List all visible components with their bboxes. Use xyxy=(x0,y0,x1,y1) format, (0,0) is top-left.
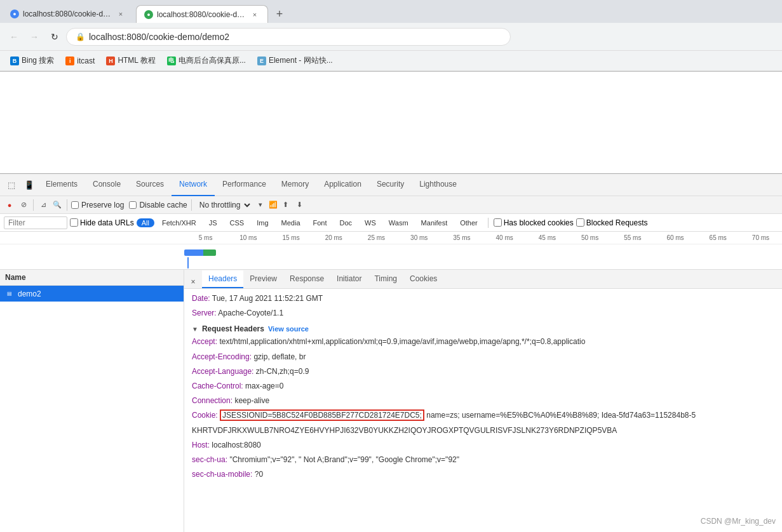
details-panel: × Headers Preview Response Initiator Tim… xyxy=(184,270,782,532)
has-blocked-cookies-checkbox[interactable]: Has blocked cookies xyxy=(494,218,574,227)
tab-security[interactable]: Security xyxy=(369,174,412,196)
toolbar-separator-2 xyxy=(67,199,67,211)
bing-icon: B xyxy=(10,57,19,65)
tab-console[interactable]: Console xyxy=(85,174,128,196)
main-content: Name ▤ demo2 × Headers Preview Response … xyxy=(0,270,782,532)
bookmark-shop-label: 电商后台高保真原... xyxy=(179,55,246,66)
request-headers-toggle[interactable]: ▼ xyxy=(192,326,198,333)
bookmark-bing[interactable]: B Bing 搜索 xyxy=(5,53,59,69)
back-button[interactable]: ← xyxy=(5,28,23,46)
request-list: Name ▤ demo2 xyxy=(0,270,184,532)
filter-font-button[interactable]: Font xyxy=(308,218,332,227)
tab-application[interactable]: Application xyxy=(316,174,369,196)
details-tab-initiator[interactable]: Initiator xyxy=(330,270,368,288)
bookmark-shop[interactable]: 电 电商后台高保真原... xyxy=(162,53,251,69)
devtools-device-icon[interactable]: 📱 xyxy=(20,176,38,194)
upload-button[interactable]: ⬆ xyxy=(280,199,292,211)
bookmark-html-label: HTML 教程 xyxy=(118,55,156,66)
bookmark-element[interactable]: E Element - 网站快... xyxy=(252,53,338,69)
stop-button[interactable]: ⊘ xyxy=(18,199,29,211)
tab-elements[interactable]: Elements xyxy=(38,174,85,196)
tab1-favicon: ● xyxy=(10,10,19,18)
blocked-requests-input[interactable] xyxy=(576,218,584,227)
header-connection: Connection: keep-alive xyxy=(192,394,774,408)
devtools-tab-bar: ⬚ 📱 Elements Console Sources Network Per… xyxy=(0,174,782,196)
devtools-inspect-icon[interactable]: ⬚ xyxy=(3,176,20,194)
tab-sources[interactable]: Sources xyxy=(128,174,172,196)
devtools-toolbar: ● ⊘ ⊿ 🔍 Preserve log Disable cache No th… xyxy=(0,196,782,214)
connection-name: Connection: xyxy=(192,396,233,405)
tab-1[interactable]: ● localhost:8080/cookie-demo/c × xyxy=(3,5,133,23)
disable-cache-label: Disable cache xyxy=(139,201,187,209)
server-header-value: Apache-Coyote/1.1 xyxy=(218,309,283,317)
hide-data-urls-checkbox[interactable]: Hide data URLs xyxy=(70,218,134,227)
filter-other-button[interactable]: Other xyxy=(455,218,483,227)
filter-js-button[interactable]: JS xyxy=(204,218,222,227)
timeline-area: 5 ms 10 ms 15 ms 20 ms 25 ms 30 ms 35 ms… xyxy=(0,232,782,270)
filter-css-button[interactable]: CSS xyxy=(225,218,250,227)
itcast-icon: i xyxy=(65,57,74,65)
preserve-log-input[interactable] xyxy=(71,201,79,209)
tab1-close[interactable]: × xyxy=(116,9,126,19)
blocked-requests-checkbox[interactable]: Blocked Requests xyxy=(576,218,648,227)
filter-fetch-xhr-button[interactable]: Fetch/XHR xyxy=(157,218,201,227)
request-item-demo2[interactable]: ▤ demo2 xyxy=(0,286,184,302)
details-tab-timing[interactable]: Timing xyxy=(368,270,403,288)
filter-ws-button[interactable]: WS xyxy=(360,218,381,227)
header-sec-ch-ua-mobile: sec-ch-ua-mobile: ?0 xyxy=(192,467,774,482)
cookie-value-highlighted: JSESSIONID=5B8C524F0BD885BF277CD281724E7… xyxy=(220,409,696,421)
disable-cache-checkbox[interactable]: Disable cache xyxy=(129,201,187,209)
disable-cache-input[interactable] xyxy=(129,201,137,209)
tab-network[interactable]: Network xyxy=(172,174,215,196)
throttle-select[interactable]: No throttling xyxy=(196,200,252,210)
preserve-log-checkbox[interactable]: Preserve log xyxy=(71,201,124,209)
tab-memory[interactable]: Memory xyxy=(274,174,316,196)
wifi-icon: 📶 xyxy=(269,201,278,209)
filter-input[interactable] xyxy=(4,216,67,229)
forward-button[interactable]: → xyxy=(25,28,43,46)
tick-6: 30 ms xyxy=(398,234,440,241)
filter-all-button[interactable]: All xyxy=(137,218,154,227)
bookmark-itcast[interactable]: i itcast xyxy=(60,54,100,68)
tab-performance[interactable]: Performance xyxy=(215,174,274,196)
record-button[interactable]: ● xyxy=(4,199,15,211)
header-sec-ch-ua: sec-ch-ua: "Chromium";v="92", " Not A;Br… xyxy=(192,453,774,467)
lock-icon: 🔒 xyxy=(76,32,85,41)
download-button[interactable]: ⬇ xyxy=(294,199,306,211)
tick-1: 5 ms xyxy=(184,234,227,241)
filter-media-button[interactable]: Media xyxy=(276,218,306,227)
browser-chrome: ● localhost:8080/cookie-demo/c × ● local… xyxy=(0,0,782,72)
filter-doc-button[interactable]: Doc xyxy=(335,218,358,227)
cookie-cont-value: KHRTVDFJRKXWULB7NRO4ZYE6HVYHPJI632VB0YUK… xyxy=(192,426,617,435)
details-close-button[interactable]: × xyxy=(187,276,199,288)
filter-button[interactable]: ⊿ xyxy=(37,199,49,211)
filter-wasm-button[interactable]: Wasm xyxy=(384,218,414,227)
throttle-arrow-icon[interactable]: ▾ xyxy=(255,199,266,211)
connection-value: keep-alive xyxy=(234,396,269,405)
tick-12: 60 ms xyxy=(654,234,696,241)
hide-data-urls-input[interactable] xyxy=(70,218,78,227)
details-tab-response[interactable]: Response xyxy=(283,270,330,288)
new-tab-button[interactable]: + xyxy=(271,5,288,23)
details-tab-headers[interactable]: Headers xyxy=(202,270,243,288)
reload-button[interactable]: ↻ xyxy=(46,28,64,46)
tab-2[interactable]: ● localhost:8080/cookie-demo/c × xyxy=(136,5,268,23)
sec-ch-ua-mobile-value: ?0 xyxy=(255,470,263,479)
accept-language-value: zh-CN,zh;q=0.9 xyxy=(256,367,309,376)
filter-manifest-button[interactable]: Manifest xyxy=(416,218,453,227)
filter-img-button[interactable]: Img xyxy=(252,218,273,227)
bookmark-html[interactable]: H HTML 教程 xyxy=(101,53,161,69)
details-tab-cookies[interactable]: Cookies xyxy=(403,270,443,288)
bookmarks-bar: B Bing 搜索 i itcast H HTML 教程 电 电商后台高保真原.… xyxy=(0,51,782,71)
view-source-link[interactable]: View source xyxy=(268,325,309,333)
address-bar[interactable]: 🔒 localhost:8080/cookie-demo/demo2 xyxy=(66,28,511,46)
search-button[interactable]: 🔍 xyxy=(51,199,63,211)
file-icon: ▤ xyxy=(5,289,14,298)
sec-ch-ua-name: sec-ch-ua: xyxy=(192,455,227,464)
tab-lighthouse[interactable]: Lighthouse xyxy=(412,174,464,196)
toolbar-separator-1 xyxy=(33,199,34,211)
blocked-requests-label: Blocked Requests xyxy=(586,218,648,227)
details-tab-preview[interactable]: Preview xyxy=(243,270,283,288)
tab2-close[interactable]: × xyxy=(250,10,260,20)
has-blocked-cookies-input[interactable] xyxy=(494,218,502,227)
